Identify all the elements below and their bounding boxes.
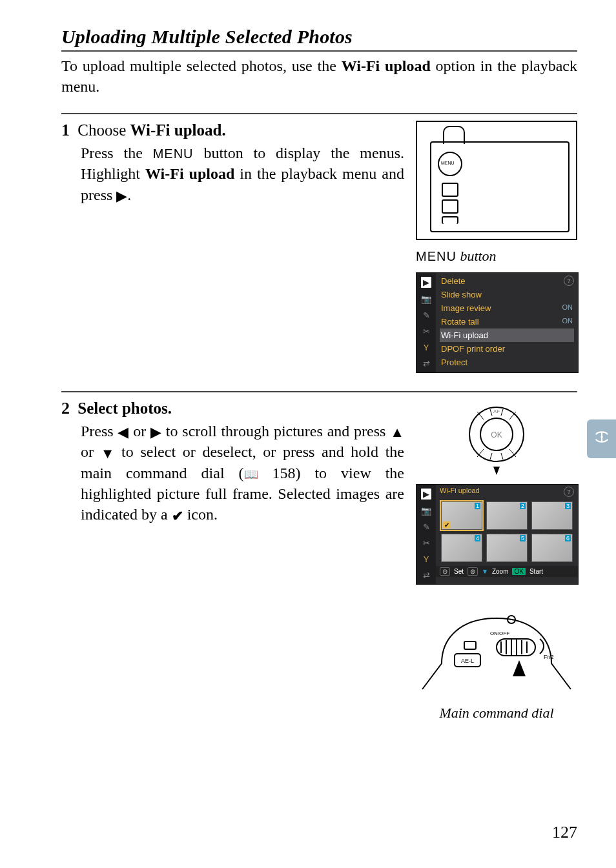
menu-glyph: MENU: [153, 146, 194, 161]
step-2-title: 2 Select photos.: [61, 399, 404, 418]
step-1-title-bold: Wi-Fi upload.: [130, 121, 226, 139]
thumbnail: 6: [531, 534, 573, 562]
dial-icon: ⊛: [467, 567, 478, 576]
step-2-number: 2: [61, 399, 70, 418]
wifi-upload-screenshot: ▶ 📷 ✎ ✂ Y ⇄ Wi-Fi upload ?: [416, 484, 579, 585]
camera-tab-icon: 📷: [421, 294, 431, 304]
page-number: 127: [552, 823, 577, 842]
menu-button-icon: [438, 152, 462, 176]
menu-item-dpof: DPOF print order: [440, 342, 574, 356]
menu-item-slideshow: Slide show: [440, 288, 574, 301]
retouch-tab-icon: ✂: [423, 538, 430, 548]
playback-tab-icon: ▶: [421, 277, 431, 288]
selector-icon: ⊙: [440, 567, 450, 576]
command-dial-illustration: AE-L ON/OFF Fn2: [416, 592, 577, 722]
menu-item-wifi-upload: Wi-Fi upload: [440, 328, 574, 342]
svg-text:AF: AF: [493, 409, 500, 414]
intro-pre: To upload multiple selected photos, use …: [61, 57, 342, 74]
setup-tab-icon: Y: [424, 343, 429, 352]
section-tab: [587, 419, 616, 458]
camera-illustration: [416, 121, 577, 240]
right-triangle-icon: ▶: [150, 425, 161, 439]
step-1-body: Press the MENU button to display the men…: [61, 143, 404, 205]
upload-footer: ⊙ Set ⊛ ▼ Zoom OK Start: [436, 566, 578, 577]
playback-tab-icon: ▶: [421, 489, 431, 500]
thumbnail: 2: [486, 501, 528, 530]
svg-rect-26: [464, 641, 476, 649]
ok-icon: OK: [512, 568, 525, 575]
svg-marker-27: [513, 660, 526, 676]
recent-tab-icon: ⇄: [423, 570, 430, 580]
setup-tab-icon: Y: [424, 554, 429, 564]
section-title: Uploading Multiple Selected Photos: [61, 26, 577, 52]
svg-point-0: [601, 436, 602, 438]
book-icon: 📖: [244, 469, 258, 480]
help-icon: ?: [564, 487, 574, 497]
svg-text:Fn2: Fn2: [544, 654, 554, 660]
step-2-figures: OK AF ▶: [416, 399, 577, 722]
svg-text:AE-L: AE-L: [461, 658, 474, 664]
svg-text:ON/OFF: ON/OFF: [490, 631, 509, 636]
checkmark-icon: ✔: [172, 509, 183, 523]
menu-item-image-review: Image reviewON: [440, 301, 574, 315]
main-command-dial-caption: Main command dial: [416, 705, 577, 722]
step-2-body: Press ◀ or ▶ to scroll through pictures …: [61, 421, 404, 525]
thumbnail: 5: [486, 534, 528, 562]
help-icon: ?: [564, 276, 574, 286]
step-1-title-pre: Choose: [77, 121, 130, 139]
page: Uploading Multiple Selected Photos To up…: [0, 0, 616, 868]
upload-title: Wi-Fi upload: [440, 487, 480, 497]
custom-tab-icon: ✎: [423, 522, 430, 532]
step-1: 1 Choose Wi-Fi upload. Press the MENU bu…: [61, 113, 577, 373]
step-2-title-text: Select photos.: [77, 399, 172, 417]
menu-item-delete: Delete: [440, 274, 574, 288]
menu-item-rotate-tall: Rotate tallON: [440, 315, 574, 328]
step-2: 2 Select photos. Press ◀ or ▶ to scroll …: [61, 391, 577, 722]
up-triangle-icon: ▲: [390, 425, 404, 439]
down-triangle-icon: ▼: [101, 447, 115, 461]
step-1-number: 1: [61, 121, 70, 139]
playback-menu-screenshot: ▶ 📷 ✎ ✂ Y ⇄ ? Delete Slide show Image re…: [416, 272, 579, 373]
retouch-tab-icon: ✂: [423, 327, 430, 336]
right-triangle-icon: ▶: [116, 189, 127, 203]
thumbnail: 4: [441, 534, 482, 562]
intro-bold: Wi-Fi upload: [342, 57, 431, 74]
svg-text:OK: OK: [491, 430, 502, 439]
steps: 1 Choose Wi-Fi upload. Press the MENU bu…: [61, 113, 577, 722]
left-triangle-icon: ◀: [118, 425, 128, 439]
intro-text: To upload multiple selected photos, use …: [61, 56, 577, 97]
step-1-title: 1 Choose Wi-Fi upload.: [61, 121, 404, 140]
menu-button-caption: MENU button: [416, 248, 497, 265]
step-1-figures: MENU button ▶ 📷 ✎ ✂ Y ⇄ ?: [416, 121, 577, 373]
custom-tab-icon: ✎: [423, 310, 430, 320]
thumbnail: 1: [441, 501, 482, 530]
recent-tab-icon: ⇄: [423, 359, 430, 368]
camera-tab-icon: 📷: [421, 506, 431, 516]
multi-selector-illustration: OK AF: [416, 399, 577, 476]
wifi-icon: [593, 429, 610, 449]
menu-item-protect: Protect: [440, 356, 574, 369]
thumbnail: 3: [531, 501, 573, 530]
svg-marker-13: [493, 467, 500, 475]
